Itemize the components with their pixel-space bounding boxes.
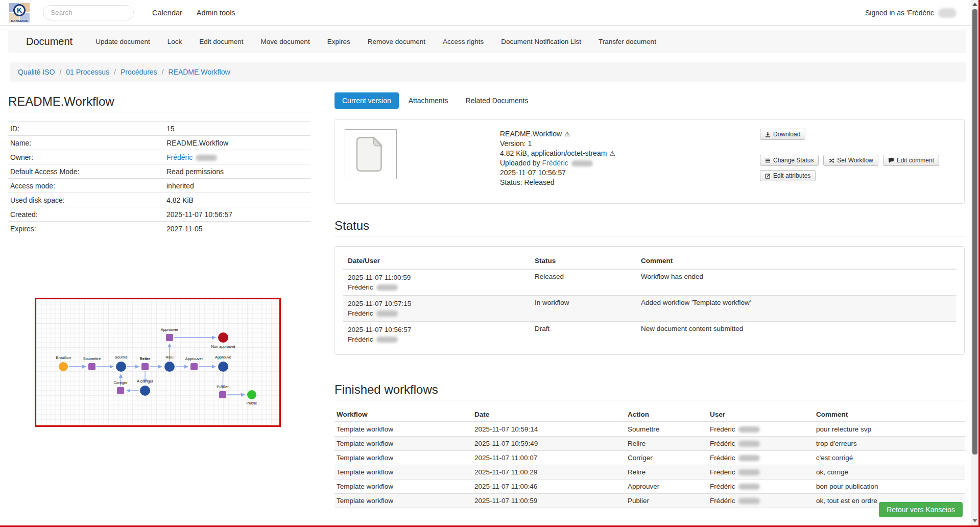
workflow-node-corriger[interactable] — [117, 387, 124, 394]
vertical-scrollbar[interactable] — [971, 0, 978, 525]
workflow-col-action: Action — [626, 408, 708, 422]
workflow-node-brouillon[interactable] — [59, 362, 68, 371]
workflow-node-a_corriger[interactable] — [140, 386, 150, 396]
workflow-node-publie[interactable] — [247, 390, 256, 399]
uploader-link[interactable]: Frédéric — [542, 159, 568, 167]
workflow-node-publier[interactable] — [219, 391, 226, 398]
workflow-action-cell: Soumettre — [626, 422, 708, 437]
tab-attachments[interactable]: Attachments — [401, 92, 456, 109]
status-panel: Date/UserStatusComment 2025-11-07 11:00:… — [334, 246, 965, 355]
workflow-node-approuve[interactable] — [218, 362, 228, 372]
workflow-name-cell: Template workflow — [334, 422, 472, 437]
document-info-column: README.Workflow ID:15Name:README.Workflo… — [8, 82, 310, 508]
workflow-date-cell: 2025-11-07 10:59:49 — [472, 437, 626, 451]
workflow-node-relire[interactable] — [141, 363, 149, 370]
menu-item-update-document[interactable]: Update document — [87, 34, 159, 50]
set-workflow-button[interactable]: Set Workflow — [823, 155, 878, 166]
detail-label: Created: — [8, 207, 164, 222]
menu-item-remove-document[interactable]: Remove document — [359, 34, 434, 50]
workflow-name-cell: Template workflow — [334, 437, 472, 451]
download-icon — [765, 132, 771, 137]
workflow-node-label-publie: Publié — [247, 401, 257, 405]
menu-item-document-notification-list[interactable]: Document Notification List — [492, 34, 590, 50]
status-user: Frédéric — [348, 334, 524, 344]
status-comment-cell: New document content submitted — [636, 322, 957, 348]
workflow-action-cell: Approuver — [626, 480, 708, 494]
workflow-action-cell: Relire — [626, 465, 708, 480]
page-title: README.Workflow — [8, 94, 310, 109]
detail-row-default-access-mode: Default Access Mode:Read permissions — [8, 164, 310, 179]
detail-row-access-mode: Access mode:inherited — [8, 179, 310, 193]
workflow-node-label-approuver_top: Approuver — [161, 327, 179, 332]
owner-link[interactable]: Frédéric — [166, 153, 193, 161]
menu-item-move-document[interactable]: Move document — [252, 34, 319, 50]
redacted-name — [738, 441, 760, 447]
breadcrumb-separator: / — [59, 68, 61, 76]
tab-current-version[interactable]: Current version — [334, 92, 399, 109]
detail-label: Used disk space: — [8, 193, 164, 207]
menu-item-access-rights[interactable]: Access rights — [434, 34, 492, 50]
workflow-name-cell: Template workflow — [334, 480, 472, 494]
list-icon — [765, 158, 771, 163]
search-input[interactable] — [43, 5, 134, 20]
workflow-node-label-a_corriger: A corriger — [137, 379, 154, 384]
change-status-button[interactable]: Change Status — [760, 155, 819, 166]
menu-item-lock[interactable]: Lock — [159, 34, 191, 50]
edit-icon — [765, 173, 771, 179]
document-menubar: Document Update documentLockEdit documen… — [8, 30, 966, 53]
breadcrumb-link-qualit-iso[interactable]: Qualité ISO — [18, 68, 55, 76]
download-button[interactable]: Download — [760, 129, 805, 140]
tab-related-documents[interactable]: Related Documents — [458, 92, 536, 109]
breadcrumb-separator: / — [162, 68, 164, 76]
workflow-node-approuver_top[interactable] — [166, 334, 173, 341]
workflow-node-approuver_mid[interactable] — [190, 363, 198, 370]
warning-icon: ⚠ — [609, 150, 615, 157]
edit-attributes-button[interactable]: Edit attributes — [760, 170, 816, 181]
status-value-cell: Draft — [530, 322, 636, 348]
status-date-user-cell: 2025-11-07 11:00:59Frédéric — [343, 269, 530, 296]
workflow-node-label-soumis: Soumis — [114, 355, 127, 360]
nav-item-admin-tools[interactable]: Admin tools — [189, 5, 243, 21]
workflow-name-cell: Template workflow — [334, 451, 472, 465]
back-to-kanseios-button[interactable]: Retour vers Kanseios — [879, 502, 963, 517]
detail-label: Owner: — [8, 150, 164, 164]
document-thumbnail[interactable] — [345, 129, 397, 179]
redacted-name — [738, 498, 760, 504]
workflow-comment-cell: trop d'erreurs — [814, 437, 965, 451]
workflow-node-relu[interactable] — [164, 362, 175, 372]
scrollbar-down-arrow[interactable] — [972, 519, 977, 522]
workflow-node-non_approuve[interactable] — [218, 332, 228, 343]
edit-comment-button[interactable]: Edit comment — [883, 155, 939, 166]
breadcrumb-link-readme-workflow[interactable]: README.Workflow — [168, 68, 230, 76]
finished-workflows-table: WorkflowDateActionUserComment Template w… — [334, 408, 965, 508]
divider — [334, 236, 965, 236]
user-avatar[interactable] — [938, 8, 957, 18]
workflow-action-cell: Relire — [626, 437, 708, 451]
breadcrumb-link-01-processus[interactable]: 01 Processus — [66, 68, 109, 76]
nav-item-calendar[interactable]: Calendar — [145, 5, 189, 21]
shuffle-icon — [828, 158, 834, 163]
workflow-node-soumis[interactable] — [116, 362, 126, 372]
detail-value: inherited — [164, 179, 310, 193]
kanseios-logo[interactable]: K KANSEIOS — [9, 3, 30, 22]
workflow-node-label-relire: Relire — [140, 356, 151, 361]
redacted-name — [376, 337, 398, 343]
menu-item-expires[interactable]: Expires — [319, 34, 359, 50]
menu-item-transfer-document[interactable]: Transfer document — [590, 34, 665, 50]
menu-item-edit-document[interactable]: Edit document — [190, 34, 252, 50]
scrollbar-up-arrow[interactable] — [972, 3, 977, 6]
workflow-node-label-soumettre: Soumettre — [83, 356, 101, 361]
workflow-node-label-relu: Relu — [165, 355, 173, 360]
workflow-comment-cell: c'est corrigé — [814, 451, 965, 465]
menubar-title-document[interactable]: Document — [26, 36, 73, 47]
scrollbar-thumb[interactable] — [972, 9, 977, 454]
workflow-node-soumettre[interactable] — [88, 363, 95, 370]
detail-value: 2025-11-07 10:56:57 — [164, 207, 310, 222]
workflow-row: Template workflow2025-11-07 10:59:49Reli… — [334, 437, 965, 451]
breadcrumb-separator: / — [114, 68, 116, 76]
uploaded-by-label: Uploaded by — [500, 159, 540, 167]
redacted-name — [571, 160, 593, 166]
breadcrumb-link-proc-dures[interactable]: Procédures — [121, 68, 157, 76]
version-status: Status: Released — [500, 178, 615, 187]
document-details-table: ID:15Name:README.WorkflowOwner:FrédéricD… — [8, 121, 310, 236]
